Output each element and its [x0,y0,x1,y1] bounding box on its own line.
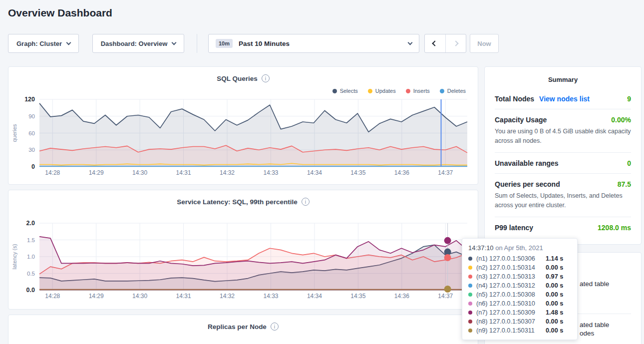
time-range-dropdown[interactable]: 10m Past 10 Minutes [208,34,419,53]
node-address: (n6) 127.0.0.1:50310 [476,300,546,307]
qps-value: 87.5 [618,180,631,188]
info-icon[interactable]: i [302,198,310,206]
node-color-dot [468,293,472,297]
tooltip-node-row: (n2) 127.0.0.1:503140.00 s [468,263,571,272]
legend-label: Inserts [413,88,430,94]
x-axis-tick-label: 14:33 [263,293,278,300]
y-axis-tick-label: 30 [28,147,35,153]
event-item-fragment: odes [580,330,594,337]
info-icon[interactable]: i [262,74,270,82]
summary-panel: Summary Total Nodes View nodes list 9 Ca… [484,66,642,245]
time-prev-button[interactable] [425,34,446,52]
x-axis-tick-label: 14:37 [438,169,453,176]
graph-dropdown-label: Graph: Cluster [16,40,62,47]
y-axis-tick-label: 1.5 [27,237,35,243]
service-latency-chart[interactable]: 0.00.51.01.52.014:2814:2914:3014:3114:32… [8,190,479,310]
x-axis-tick-label: 14:34 [307,169,322,176]
y-axis-tick-label: 2.0 [26,220,35,227]
hover-point-dot [444,237,451,244]
overview-dashboard-page: Overview Dashboard Graph: Cluster Dashbo… [0,0,644,344]
tooltip-node-row: (n8) 127.0.0.1:503070.00 s [468,317,571,326]
node-color-dot [468,329,472,333]
service-latency-chart-title: Service Latency: SQL, 99th percentile [177,198,298,206]
node-address: (n2) 127.0.0.1:50314 [476,264,546,271]
sql-queries-legend: SelectsUpdatesInsertsDeletes [332,88,466,94]
legend-color-dot [332,89,337,93]
x-axis-tick-label: 14:31 [176,169,191,176]
node-color-dot [468,266,472,270]
p99-latency-value: 1208.0 ms [598,224,631,232]
node-address: (n3) 127.0.0.1:50313 [476,273,546,280]
node-color-dot [468,257,472,261]
node-address: (n4) 127.0.0.1:50312 [476,282,546,289]
y-axis-tick-label: 60 [28,130,35,136]
chevron-down-icon [66,40,71,45]
event-item-fragment: ated table [580,321,609,329]
tooltip-date: on Apr 5th, 2021 [495,244,543,252]
tooltip-node-row: (n1) 127.0.0.1:503061.14 s [468,254,571,263]
hover-point-dot [444,286,451,293]
node-color-dot [468,302,472,306]
info-icon[interactable]: i [271,323,279,331]
legend-item-deletes[interactable]: Deletes [440,88,466,94]
y-axis-unit-label: queries [11,124,17,142]
p99-latency-label: P99 latency [495,224,533,232]
legend-color-dot [406,89,410,93]
capacity-usage-value: 0.00% [611,116,631,124]
y-axis-tick-label: 0 [31,163,35,170]
tooltip-node-row: (n7) 127.0.0.1:503091.48 s [468,308,571,317]
sql-queries-chart[interactable]: 030609012014:2814:2914:3014:3114:3214:33… [8,67,479,185]
node-latency-value: 0.00 s [546,282,563,289]
y-axis-tick-label: 1.0 [27,254,35,260]
chevron-right-icon [453,40,458,46]
x-axis-tick-label: 14:30 [132,293,147,300]
unavailable-ranges-value: 0 [627,159,631,167]
tooltip-node-row: (n6) 127.0.0.1:503100.00 s [468,299,571,308]
node-address: (n1) 127.0.0.1:50306 [476,255,546,262]
x-axis-tick-label: 14:29 [89,169,104,176]
unavailable-ranges-label: Unavailable ranges [495,159,559,167]
legend-color-dot [368,89,372,93]
event-item-fragment: ated table [580,280,609,288]
summary-row-total-nodes: Total Nodes View nodes list 9 [495,88,631,109]
tooltip-timestamp: 14:37:10 on Apr 5th, 2021 [468,244,571,252]
legend-item-selects[interactable]: Selects [332,88,358,94]
legend-label: Selects [340,88,358,94]
node-latency-value: 1.14 s [546,255,563,262]
node-latency-value: 0.00 s [546,327,563,334]
node-address: (n9) 127.0.0.1:50311 [476,327,546,334]
summary-row-capacity: Capacity Usage 0.00% You are using 0 B o… [495,109,631,153]
now-button[interactable]: Now [470,34,499,53]
dashboard-dropdown[interactable]: Dashboard: Overview [92,34,184,53]
qps-label: Queries per second [495,180,560,188]
x-axis-tick-label: 14:37 [438,293,453,300]
legend-item-updates[interactable]: Updates [368,88,396,94]
graph-dropdown[interactable]: Graph: Cluster [8,34,79,53]
x-axis-tick-label: 14:29 [89,293,104,300]
legend-item-inserts[interactable]: Inserts [406,88,430,94]
y-axis-tick-label: 0.0 [26,287,35,294]
legend-color-dot [440,89,444,93]
tooltip-node-row: (n5) 127.0.0.1:503080.00 s [468,290,571,299]
time-range-badge: 10m [216,39,233,48]
chevron-down-icon [408,40,413,45]
node-latency-value: 0.00 s [546,318,563,325]
x-axis-tick-label: 14:36 [394,293,409,300]
qps-desc: Sum of Selects, Updates, Inserts, and De… [495,191,631,211]
sql-queries-chart-title: SQL Queries [217,75,258,82]
node-address: (n7) 127.0.0.1:50309 [476,309,546,316]
x-axis-tick-label: 14:34 [307,293,322,300]
chart-tooltip: 14:37:10 on Apr 5th, 2021 (n1) 127.0.0.1… [462,238,578,340]
x-axis-tick-label: 14:31 [176,293,191,300]
time-next-button[interactable] [446,34,466,52]
x-axis-tick-label: 14:28 [45,293,60,300]
page-title: Overview Dashboard [8,7,112,19]
tooltip-time: 14:37:10 [468,244,494,252]
total-nodes-value: 9 [627,95,631,103]
service-latency-chart-card: Service Latency: SQL, 99th percentile i … [8,190,478,310]
view-nodes-list-link[interactable]: View nodes list [539,95,590,103]
toolbar-divider [197,34,197,53]
capacity-usage-desc: You are using 0 B of 4.5 GiB usable disk… [495,127,631,146]
x-axis-tick-label: 14:35 [350,169,365,176]
x-axis-tick-label: 14:32 [220,169,235,176]
